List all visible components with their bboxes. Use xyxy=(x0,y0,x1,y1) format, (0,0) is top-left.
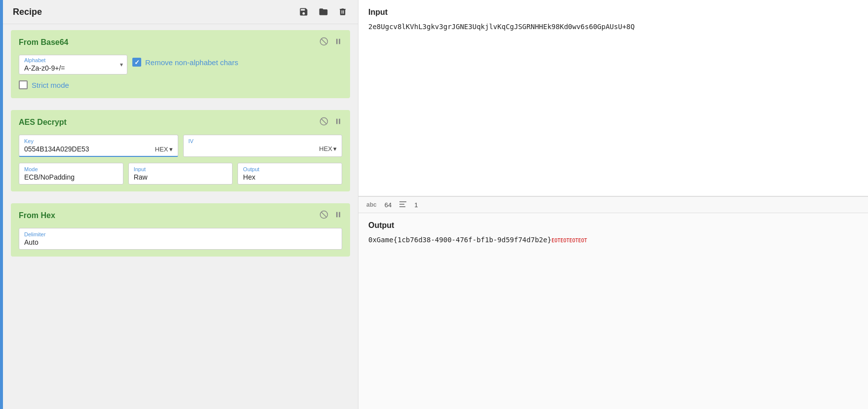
aes-decrypt-actions xyxy=(319,117,342,128)
folder-button[interactable] xyxy=(317,6,329,18)
iv-inner: HEX ▾ xyxy=(189,145,337,152)
aes-disable-button[interactable] xyxy=(319,117,328,128)
aes-decrypt-title: AES Decrypt xyxy=(19,118,67,127)
from-hex-title: From Hex xyxy=(19,211,55,220)
status-lines: 1 xyxy=(414,201,418,209)
key-format-label: HEX xyxy=(155,146,168,153)
svg-rect-7 xyxy=(339,119,340,124)
trash-icon xyxy=(338,7,347,17)
from-base64-header: From Base64 xyxy=(19,37,342,48)
aes-pause-button[interactable] xyxy=(334,117,342,127)
output-format-value: Hex xyxy=(243,173,255,181)
key-inner: 0554B134A029DE53 HEX ▾ xyxy=(24,145,173,153)
from-base64-pause-button[interactable] xyxy=(334,37,342,47)
key-format-button[interactable]: HEX ▾ xyxy=(155,146,173,153)
key-label: Key xyxy=(24,138,173,144)
output-title: Output xyxy=(368,221,858,230)
recipe-empty-area xyxy=(3,262,358,409)
key-value: 0554B134A029DE53 xyxy=(24,145,152,153)
svg-rect-6 xyxy=(336,119,338,124)
svg-rect-12 xyxy=(399,201,406,202)
delimiter-label: Delimiter xyxy=(24,231,337,237)
delimiter-field[interactable]: Delimiter Auto xyxy=(19,228,342,250)
input-title: Input xyxy=(368,8,858,17)
aes-pause-icon xyxy=(334,117,342,125)
aes-disable-icon xyxy=(319,117,328,126)
folder-icon xyxy=(318,7,328,17)
recipe-header: Recipe xyxy=(3,0,358,24)
alphabet-arrow: ▾ xyxy=(120,61,123,68)
from-hex-actions xyxy=(319,210,342,221)
key-iv-row: Key 0554B134A029DE53 HEX ▾ IV HEX ▾ xyxy=(19,135,342,157)
svg-rect-3 xyxy=(339,39,340,44)
svg-rect-11 xyxy=(339,212,340,218)
strict-mode-label: Strict mode xyxy=(32,81,69,89)
output-format-field[interactable]: Output Hex xyxy=(237,163,342,185)
strict-mode-row: Strict mode xyxy=(19,80,342,89)
delete-button[interactable] xyxy=(337,6,348,18)
from-hex-header: From Hex xyxy=(19,210,342,221)
svg-rect-2 xyxy=(336,39,338,44)
mode-value: ECB/NoPadding xyxy=(24,173,75,181)
svg-rect-10 xyxy=(336,212,338,218)
status-count: 64 xyxy=(385,201,392,209)
strict-mode-checkbox[interactable] xyxy=(19,80,28,89)
output-section: Output 0xGame{1cb76d38-4900-476f-bf1b-9d… xyxy=(358,213,868,409)
output-eot-chars: EOTEOTEOTEOT xyxy=(552,238,587,243)
alphabet-label: Alphabet xyxy=(24,57,122,63)
svg-line-1 xyxy=(321,39,327,44)
pause-icon xyxy=(334,37,342,45)
status-lines-icon xyxy=(399,201,406,209)
params-row: Mode ECB/NoPadding Input Raw Output Hex xyxy=(19,163,342,185)
input-text[interactable]: 2e8Ugcv8lKVhL3gkv3grJGNE3UqkjlvKqCgJSGRN… xyxy=(368,22,858,32)
mode-label: Mode xyxy=(24,166,118,172)
remove-nonalpha-checkbox[interactable]: ✓ xyxy=(132,58,141,67)
input-section: Input 2e8Ugcv8lKVhL3gkv3grJGNE3UqkjlvKqC… xyxy=(358,0,868,196)
from-hex-pause-button[interactable] xyxy=(334,211,342,221)
iv-format-label: HEX xyxy=(319,145,332,152)
save-button[interactable] xyxy=(298,6,310,18)
from-hex-disable-button[interactable] xyxy=(319,210,328,221)
alphabet-select[interactable]: Alphabet A-Za-z0-9+/= ▾ xyxy=(19,55,127,74)
remove-nonalpha-label: Remove non-alphabet chars xyxy=(145,58,238,67)
svg-rect-14 xyxy=(399,206,405,207)
alphabet-row: Alphabet A-Za-z0-9+/= ▾ ✓ Remove non-alp… xyxy=(19,55,342,74)
recipe-header-icons xyxy=(298,6,348,18)
from-hex-disable-icon xyxy=(319,210,328,219)
disable-icon xyxy=(319,37,328,46)
aes-decrypt-card: AES Decrypt Key 0 xyxy=(11,110,350,191)
key-format-arrow: ▾ xyxy=(169,146,173,153)
from-hex-card: From Hex Delimiter Auto xyxy=(11,203,350,257)
checkbox-check-mark: ✓ xyxy=(134,59,140,66)
output-text: 0xGame{1cb76d38-4900-476f-bf1b-9d59f74d7… xyxy=(368,235,858,245)
status-bar: abc 64 1 xyxy=(358,196,868,213)
from-base64-disable-button[interactable] xyxy=(319,37,328,48)
io-panel: Input 2e8Ugcv8lKVhL3gkv3grJGNE3UqkjlvKqC… xyxy=(358,0,868,409)
save-icon xyxy=(299,7,309,17)
iv-label: IV xyxy=(189,138,337,144)
key-field[interactable]: Key 0554B134A029DE53 HEX ▾ xyxy=(19,135,178,157)
alphabet-value: A-Za-z0-9+/= xyxy=(24,64,65,72)
recipe-panel: Recipe From Base64 xyxy=(3,0,358,409)
recipe-title: Recipe xyxy=(13,7,42,17)
from-base64-card: From Base64 Alphabet A-Za-z0 xyxy=(11,30,350,98)
input-format-value: Raw xyxy=(134,173,148,181)
from-hex-pause-icon xyxy=(334,211,342,219)
svg-rect-13 xyxy=(399,204,404,205)
from-base64-actions xyxy=(319,37,342,48)
svg-line-5 xyxy=(321,119,327,124)
output-main-text: 0xGame{1cb76d38-4900-476f-bf1b-9d59f74d7… xyxy=(368,236,552,244)
iv-format-button[interactable]: HEX ▾ xyxy=(319,145,337,152)
remove-nonalpha-row: ✓ Remove non-alphabet chars xyxy=(132,58,238,67)
mode-field[interactable]: Mode ECB/NoPadding xyxy=(19,163,123,185)
svg-line-9 xyxy=(321,212,327,218)
input-format-label: Input xyxy=(134,166,228,172)
from-base64-title: From Base64 xyxy=(19,38,69,47)
iv-field[interactable]: IV HEX ▾ xyxy=(183,135,343,157)
delimiter-value: Auto xyxy=(24,238,39,246)
output-format-label: Output xyxy=(243,166,337,172)
input-format-field[interactable]: Input Raw xyxy=(128,163,233,185)
status-abc-label: abc xyxy=(366,201,377,208)
iv-format-arrow: ▾ xyxy=(333,145,337,152)
aes-decrypt-header: AES Decrypt xyxy=(19,117,342,128)
